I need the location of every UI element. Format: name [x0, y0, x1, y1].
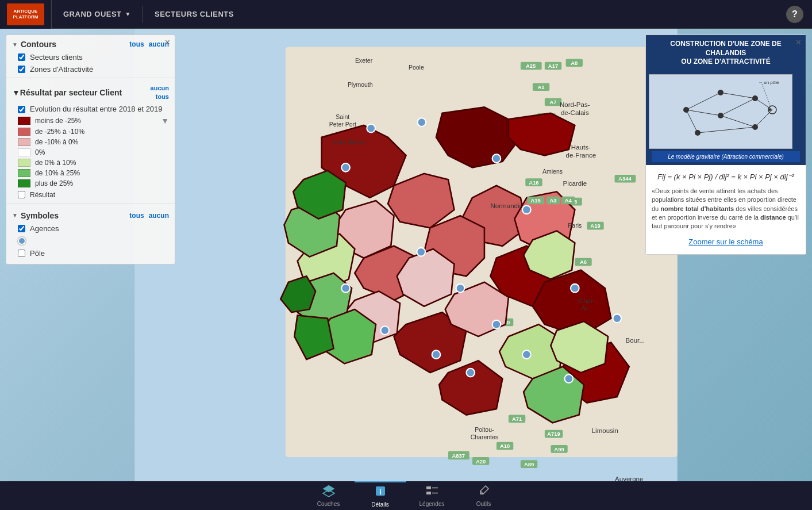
agences-checkbox[interactable]: [18, 225, 25, 232]
details-label: Détails: [371, 501, 389, 508]
zoom-link[interactable]: Zoomer sur le schéma: [652, 234, 800, 250]
contours-tous-link[interactable]: tous: [129, 40, 144, 48]
legend-color-4: [18, 159, 30, 167]
attraction-label: Le modèle gravitaire (Attraction commerc…: [652, 151, 800, 162]
symboles-section-header: ▼ Symboles tous aucun: [6, 206, 175, 223]
svg-text:A19: A19: [590, 223, 600, 229]
pole-checkbox[interactable]: [18, 250, 25, 257]
svg-point-68: [492, 320, 501, 329]
svg-point-62: [417, 118, 426, 126]
zones-checkbox-item: Zones d'Attractivité: [6, 63, 175, 75]
svg-text:Amiens: Amiens: [542, 168, 563, 175]
couches-label: Couches: [317, 501, 340, 507]
filter-icon[interactable]: ▼: [161, 116, 169, 125]
svg-point-71: [432, 350, 441, 359]
schema-image-area: ★ ★ ★ → un pôle Le modèle gravitaire (At…: [646, 71, 806, 165]
legend-label-4: de 0% à 10%: [35, 159, 76, 167]
triangle-icon-2: ▼: [12, 88, 20, 97]
svg-text:A1: A1: [538, 84, 545, 90]
svg-point-76: [564, 374, 573, 383]
svg-text:A16: A16: [529, 179, 538, 186]
svg-text:Poitou-: Poitou-: [475, 427, 494, 433]
resultat-aucun-link[interactable]: aucun: [151, 84, 169, 93]
schema-diagram: ★ ★ ★ → un pôle: [649, 74, 792, 149]
agences-dot: [18, 237, 26, 245]
legend-item-2: de -10% à 0%: [6, 137, 175, 147]
secteurs-menu[interactable]: SECTEURS CLIENTS: [143, 0, 245, 29]
svg-point-97: [683, 107, 689, 113]
chevron-down-icon: ▼: [125, 11, 131, 17]
legend-label-2: de -10% à 0%: [35, 138, 78, 146]
svg-text:A20: A20: [476, 458, 486, 465]
panel-close-button[interactable]: ×: [165, 38, 170, 47]
formula-bold-1: nombre total d'habitants: [660, 205, 734, 212]
legend-color-6: [18, 179, 30, 187]
legend-color-2: [18, 138, 30, 146]
svg-text:Plymouth: Plymouth: [348, 82, 373, 88]
right-panel-close-button[interactable]: ×: [796, 38, 801, 47]
svg-text:A344: A344: [618, 175, 632, 182]
secteurs-checkbox[interactable]: [18, 53, 25, 61]
legend-label-0: moins de -25%: [35, 117, 81, 125]
resultat-checkbox[interactable]: [18, 191, 25, 198]
svg-rect-113: [426, 486, 431, 489]
formula-bold-2: distance: [760, 214, 786, 221]
symboles-aucun-link[interactable]: aucun: [149, 212, 169, 220]
svg-text:Exeter: Exeter: [355, 57, 373, 64]
formula-box: Fij = (k × Pi × Pj) / dij² = k × Pi × Pj…: [646, 165, 806, 254]
svg-text:A89: A89: [524, 461, 534, 467]
svg-point-66: [417, 248, 425, 256]
resultat-checkbox-label: Résultat: [30, 191, 55, 199]
toolbar-outils[interactable]: Outils: [458, 481, 510, 510]
title-line-1: CONSTRUCTION D'UNE ZONE DE CHALANDIS: [652, 40, 800, 57]
resultat-checkbox-row: Résultat: [6, 189, 175, 201]
evolution-checkbox-item: Evolution du résultat entre 2018 et 2019: [6, 103, 175, 115]
contours-title: Contours: [21, 40, 56, 49]
svg-point-69: [341, 284, 350, 293]
evolution-checkbox[interactable]: [18, 106, 25, 113]
toolbar-couches[interactable]: Couches: [303, 481, 355, 510]
triangle-icon-3: ▼: [12, 212, 18, 218]
svg-point-100: [695, 130, 701, 136]
svg-text:A25: A25: [526, 63, 536, 69]
svg-text:★: ★: [717, 90, 722, 96]
svg-point-67: [456, 284, 465, 293]
schema-svg: ★ ★ ★ → un pôle: [652, 75, 790, 147]
resultat-tous-link[interactable]: tous: [151, 93, 169, 101]
svg-text:Auvergne: Auvergne: [615, 476, 643, 481]
symboles-tous-link[interactable]: tous: [129, 212, 144, 220]
svg-text:A10: A10: [500, 443, 510, 449]
help-button[interactable]: ?: [786, 6, 803, 23]
svg-text:Paris: Paris: [568, 223, 582, 229]
region-menu[interactable]: GRAND OUEST ▼: [52, 0, 143, 29]
svg-text:A17: A17: [548, 63, 558, 69]
bottom-toolbar: Couches i Détails Légendes: [0, 481, 812, 510]
toolbar-legendes[interactable]: Légendes: [406, 481, 458, 510]
svg-text:Picardie: Picardie: [563, 180, 587, 187]
agences-dot-row: [6, 235, 175, 247]
resultat-section-header: ▼ Résultat par secteur Client aucun tous: [6, 80, 175, 103]
secteurs-checkbox-item: Secteurs clients: [6, 51, 175, 63]
svg-text:A99: A99: [554, 446, 564, 453]
agences-checkbox-item: Agences: [6, 223, 175, 235]
svg-text:A71: A71: [512, 416, 522, 422]
zones-checkbox[interactable]: [18, 66, 25, 73]
svg-text:A719: A719: [547, 431, 560, 437]
right-panel: × CONSTRUCTION D'UNE ZONE DE CHALANDIS O…: [645, 34, 806, 255]
logo-text: ARTICQUE: [14, 9, 38, 14]
outils-label: Outils: [476, 501, 491, 507]
toolbar-details[interactable]: i Détails: [355, 481, 406, 510]
svg-point-101: [752, 95, 758, 101]
svg-point-64: [492, 154, 501, 163]
svg-text:Hauts-: Hauts-: [571, 144, 591, 151]
legendes-label: Légendes: [420, 501, 445, 507]
title-line-2: OU ZONE D'ATTRACTIVITÉ: [652, 57, 800, 67]
svg-text:A15: A15: [530, 197, 540, 204]
formula-main: Fij = (k × Pi × Pj) / dij² = k × Pi × Pj…: [652, 170, 800, 184]
svg-text:A3: A3: [549, 197, 556, 204]
svg-text:→ un pôle: → un pôle: [758, 80, 779, 85]
legend-item-6: plus de 25%: [6, 178, 175, 189]
legend-color-0: [18, 117, 30, 125]
legend-color-3: [18, 148, 30, 156]
tools-icon: [478, 484, 490, 500]
